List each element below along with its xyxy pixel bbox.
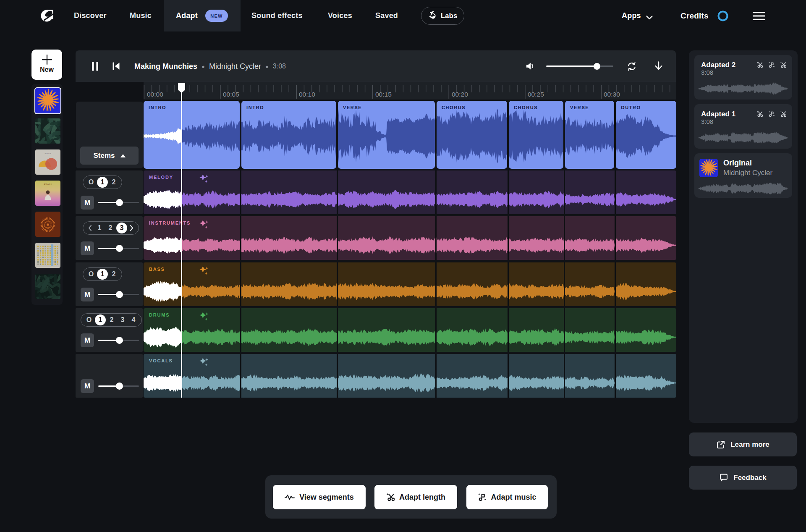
svg-text:MOODS: MOODS <box>44 152 51 155</box>
svg-text:A W A K E: A W A K E <box>44 183 52 185</box>
